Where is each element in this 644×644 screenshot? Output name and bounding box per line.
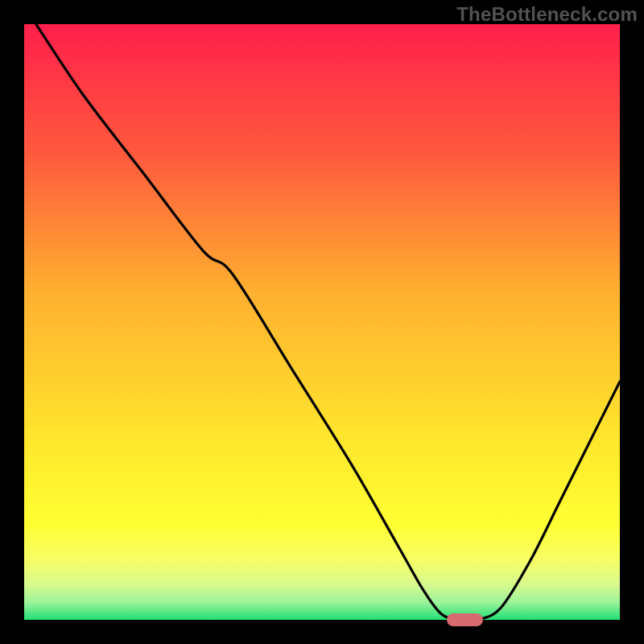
optimal-marker	[447, 613, 482, 626]
bottleneck-plot	[24, 24, 620, 620]
watermark-text: TheBottleneck.com	[456, 3, 638, 26]
chart-frame: TheBottleneck.com	[0, 0, 644, 644]
gradient-background	[24, 24, 620, 620]
plot-svg	[24, 24, 620, 620]
